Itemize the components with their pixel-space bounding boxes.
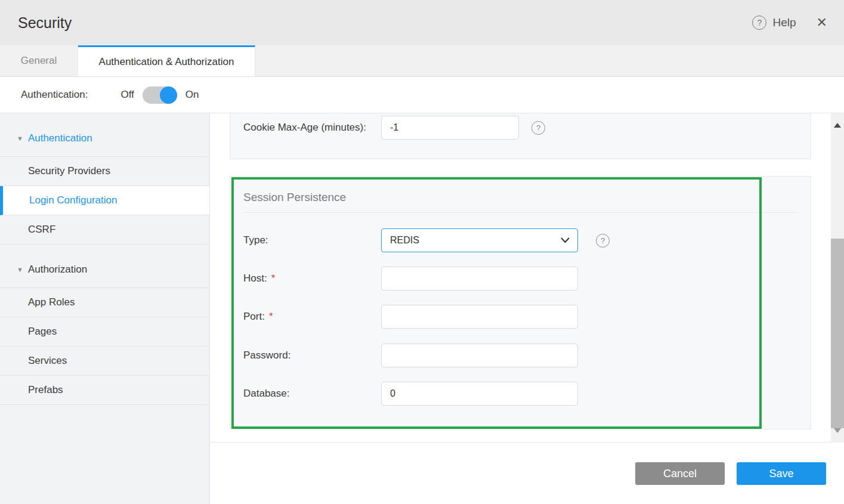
port-input[interactable] [381, 305, 578, 329]
vertical-scrollbar[interactable] [831, 113, 844, 443]
sidebar-item-csrf[interactable]: CSRF [0, 215, 209, 245]
chevron-down-icon: ▼ [17, 135, 23, 142]
type-label: Type: [243, 234, 381, 246]
sidebar-item-login-configuration[interactable]: Login Configuration [0, 186, 209, 215]
tab-general[interactable]: General [0, 45, 78, 76]
scroll-up-arrow-icon[interactable] [834, 123, 841, 128]
chevron-down-icon: ▼ [17, 266, 23, 273]
host-input[interactable] [381, 267, 578, 290]
password-input[interactable] [381, 344, 578, 367]
scroll-area: Cookie Max-Age (minutes): ? Session Pers… [210, 113, 844, 443]
sidebar-item-app-roles[interactable]: App Roles [0, 288, 209, 317]
sidebar-item-services[interactable]: Services [0, 347, 209, 376]
dialog-footer: Cancel Save [210, 443, 844, 504]
type-select-value: REDIS [390, 235, 419, 246]
database-row: Database: [243, 382, 578, 406]
save-button[interactable]: Save [737, 462, 826, 485]
session-persistence-card: Session Persistence Type: REDIS ? Host: [230, 176, 811, 429]
port-row: Port: * [243, 305, 578, 329]
sidebar-item-security-providers[interactable]: Security Providers [0, 157, 209, 186]
database-label: Database: [243, 388, 381, 400]
session-persistence-title: Session Persistence [243, 191, 346, 204]
host-label: Host: * [243, 273, 381, 285]
cookie-settings-card: Cookie Max-Age (minutes): ? [230, 113, 811, 159]
type-help-icon[interactable]: ? [596, 234, 610, 248]
sidebar-item-pages[interactable]: Pages [0, 317, 209, 347]
settings-sidebar: ▼ Authentication Security Providers Logi… [0, 113, 210, 504]
cookie-max-age-label: Cookie Max-Age (minutes): [243, 122, 381, 134]
type-select[interactable]: REDIS [381, 228, 578, 252]
help-link[interactable]: Help [772, 16, 796, 29]
sidebar-section-authentication[interactable]: ▼ Authentication [0, 113, 209, 157]
tab-bar: General Authentication & Authorization [0, 45, 844, 77]
sidebar-section-label: Authentication [28, 132, 92, 144]
database-input[interactable] [381, 382, 578, 406]
footer-buttons: Cancel Save [635, 462, 826, 485]
header-actions: ? Help ✕ [752, 0, 827, 45]
page-title: Security [18, 14, 72, 32]
authentication-label: Authentication: [21, 89, 88, 101]
cookie-max-age-row: Cookie Max-Age (minutes): ? [243, 116, 545, 140]
help-icon[interactable]: ? [752, 16, 766, 30]
toggle-knob [160, 86, 177, 104]
required-asterisk: * [271, 273, 276, 285]
tab-authentication-authorization[interactable]: Authentication & Authorization [78, 45, 255, 76]
dialog-header: Security ? Help ✕ [0, 0, 844, 45]
cookie-max-age-input[interactable] [381, 116, 519, 140]
cancel-button[interactable]: Cancel [635, 462, 725, 485]
password-label: Password: [243, 350, 381, 361]
toggle-off-label: Off [120, 89, 134, 101]
scrollbar-thumb[interactable] [831, 239, 844, 428]
authentication-toggle-row: Authentication: Off On [0, 77, 844, 113]
cookie-max-age-help-icon[interactable]: ? [531, 121, 545, 135]
toggle-on-label: On [186, 89, 199, 101]
port-label: Port: * [243, 311, 381, 323]
required-asterisk: * [269, 311, 273, 323]
section-divider [243, 212, 797, 213]
chevron-down-icon [561, 235, 570, 246]
security-dialog: Security ? Help ✕ General Authentication… [0, 0, 844, 504]
sidebar-item-prefabs[interactable]: Prefabs [0, 376, 209, 405]
host-row: Host: * [243, 267, 578, 290]
close-icon[interactable]: ✕ [817, 16, 827, 29]
password-row: Password: [243, 344, 578, 367]
authentication-toggle[interactable] [143, 86, 177, 104]
sidebar-section-authorization[interactable]: ▼ Authorization [0, 245, 209, 288]
scroll-down-arrow-icon[interactable] [834, 428, 841, 433]
type-row: Type: REDIS ? [243, 228, 610, 252]
sidebar-section-label: Authorization [28, 264, 87, 276]
